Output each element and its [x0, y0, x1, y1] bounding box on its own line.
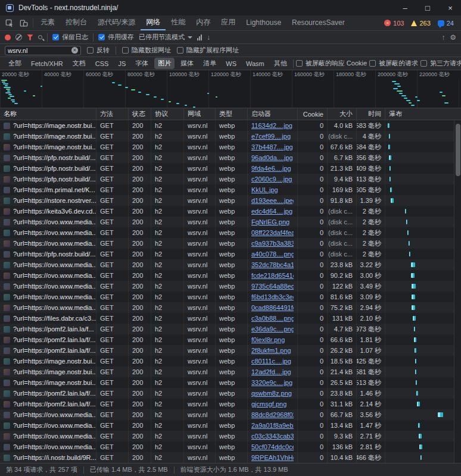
column-header[interactable]: 状态 [129, 108, 151, 120]
initiator-link[interactable]: edc4d64....jpg [251, 208, 292, 215]
type-filter-chip[interactable]: Fetch/XHR [27, 59, 67, 68]
request-row[interactable]: ?url=https://ovo.wxw.media...GET200h2wsr… [0, 217, 454, 227]
request-row[interactable]: ?url=https://image.nostr.bui...GET200h2w… [0, 120, 454, 131]
request-row[interactable]: ?url=https://m.primal.net/K...GET200h2ws… [0, 184, 454, 195]
request-row[interactable]: ?url=https://image.nostr.bui...GET200h2w… [0, 367, 454, 377]
filter-option-checkbox[interactable]: 被屏蔽的响应 Cookie [296, 59, 367, 68]
type-filter-chip[interactable]: WS [222, 59, 240, 68]
inspect-element-icon[interactable] [2, 15, 17, 30]
devtools-tab[interactable]: ResourcesSaver [286, 15, 350, 30]
request-name-cell[interactable]: ?url=https://ovo.wxw.media... [0, 302, 96, 313]
throttling-select[interactable]: 已停用节流模式 [139, 33, 192, 42]
disable-cache-checkbox[interactable]: 停用缓存 [98, 33, 134, 42]
request-name-cell[interactable]: ?url=https://i.nostr.build/9R... [0, 452, 96, 463]
request-name-cell[interactable]: ?url=https://ovo.wxw.media... [0, 227, 96, 238]
request-row[interactable]: ?url=https://ovo.wxw.media...GET200h2wsr… [0, 302, 454, 313]
column-header[interactable]: 瀑布 [385, 108, 454, 120]
preserve-log-checkbox[interactable]: 保留日志 [52, 33, 88, 42]
overview-canvas[interactable] [0, 79, 461, 108]
record-button[interactable] [5, 35, 11, 40]
initiator-link[interactable]: FqNrlEG.png [251, 218, 289, 226]
request-row[interactable]: ?url=https://pomf2.lain.la/f...GET200h2w… [0, 324, 454, 334]
request-name-cell[interactable]: ?url=https://ovo.wxw.media... [0, 217, 96, 227]
request-row[interactable]: ?url=https://ovo.wxw.media...GET200h2wsr… [0, 420, 454, 431]
column-header[interactable]: 类型 [216, 108, 248, 120]
request-row[interactable]: ?url=https://i.nostr.build/9R...GET200h2… [0, 452, 454, 463]
export-har-icon[interactable]: ↑ [441, 34, 445, 41]
warning-count-badge[interactable]: 263 [411, 20, 430, 27]
request-row[interactable]: ?url=https://image.nostr.bui...GET200h2w… [0, 142, 454, 152]
request-name-cell[interactable]: ?url=https://ovo.wxw.media... [0, 259, 96, 270]
request-name-cell[interactable]: ?url=https://m.primal.net/K... [0, 184, 96, 195]
request-row[interactable]: ?url=https://keita3v6.dev.cd...GET200h2w… [0, 206, 454, 217]
type-filter-chip[interactable]: 文档 [69, 58, 89, 69]
request-row[interactable]: ?url=https://ovo.wxw.media...GET200h2wsr… [0, 409, 454, 420]
initiator-link[interactable]: 37b4487....jpg [251, 143, 293, 151]
initiator-link[interactable]: qswbm8z.png [251, 390, 292, 397]
request-name-cell[interactable]: ?url=https://keita3v6.dev.cd... [0, 206, 96, 217]
network-conditions-icon[interactable] [197, 35, 202, 40]
minimize-button[interactable]: – [400, 4, 410, 12]
hide-extension-urls-checkbox[interactable]: 隐藏扩展程序网址 [177, 46, 239, 55]
error-count-badge[interactable]: ×103 [384, 20, 404, 27]
request-name-cell[interactable]: ?url=https://image.nostr.bui... [0, 120, 96, 131]
request-row[interactable]: ?url=https://ovo.wxw.media...GET200h2wsr… [0, 292, 454, 302]
invert-checkbox[interactable]: 反转 [87, 46, 110, 55]
initiator-link[interactable]: f0iexl8r.png [251, 336, 285, 343]
column-header[interactable]: 启动器 [248, 108, 298, 120]
request-row[interactable]: ?url=https://ovo.wxw.media...GET200h2wsr… [0, 259, 454, 270]
request-name-cell[interactable]: ?url=https://ovo.wxw.media... [0, 238, 96, 249]
initiator-link[interactable]: c80111c....jpg [251, 358, 291, 365]
request-row[interactable]: ?url=https://nstore.nostrver...GET200h2w… [0, 195, 454, 206]
request-name-cell[interactable]: ?url=https://image.nostr.bui... [0, 131, 96, 142]
request-name-cell[interactable]: ?url=https://pfp.nostr.build/... [0, 249, 96, 259]
devtools-tab[interactable]: 应用 [216, 15, 241, 30]
initiator-link[interactable]: 9fda4e6....jpg [251, 165, 291, 172]
devtools-tab[interactable]: 性能 [166, 15, 191, 30]
vertical-scrollbar[interactable] [454, 120, 461, 463]
request-name-cell[interactable]: ?url=https://pfp.nostr.build/... [0, 152, 96, 163]
import-har-icon[interactable]: ↓ [207, 34, 210, 41]
devtools-tab[interactable]: 源代码/来源 [92, 15, 141, 30]
devtools-tab[interactable]: 内存 [191, 15, 216, 30]
request-name-cell[interactable]: ?url=https://ovo.wxw.media... [0, 292, 96, 302]
request-row[interactable]: ?url=https://image.nostr.bui...GET200h2w… [0, 377, 454, 388]
devtools-tab[interactable]: 网络 [141, 15, 166, 30]
column-header[interactable]: 名称 [0, 108, 96, 120]
column-header[interactable]: 大小 [328, 108, 357, 120]
request-name-cell[interactable]: ?url=https://image.nostr.bui... [0, 377, 96, 388]
request-name-cell[interactable]: ?url=https://ovo.wxw.media... [0, 441, 96, 452]
request-row[interactable]: ?url=https://ovo.wxw.media...GET200h2wsr… [0, 431, 454, 441]
request-row[interactable]: ?url=https://ovo.wxw.media...GET200h2wsr… [0, 281, 454, 292]
devtools-tab[interactable]: 控制台 [60, 15, 92, 30]
request-name-cell[interactable]: ?url=https://image.nostr.bui... [0, 142, 96, 152]
column-header[interactable]: 网域 [184, 108, 216, 120]
request-row[interactable]: ?url=https://ovo.wxw.media...GET200h2wsr… [0, 227, 454, 238]
column-header[interactable]: 时间 [357, 108, 385, 120]
request-row[interactable]: ?url=https://ovo.wxw.media...GET200h2wsr… [0, 238, 454, 249]
type-filter-chip[interactable]: 其他 [270, 58, 291, 69]
filter-option-checkbox[interactable]: 第三方请求 [420, 59, 461, 68]
request-name-cell[interactable]: ?url=https://pomf2.lain.la/f/... [0, 388, 96, 399]
request-name-cell[interactable]: ?url=https://ovo.wxw.media... [0, 420, 96, 431]
device-toolbar-icon[interactable] [17, 15, 31, 30]
request-name-cell[interactable]: ?url=https://ovo.wxw.media... [0, 281, 96, 292]
request-name-cell[interactable]: ?url=https://ovo.wxw.media... [0, 409, 96, 420]
request-name-cell[interactable]: ?url=https://files.dabr.ca/c3... [0, 313, 96, 324]
initiator-link[interactable]: a40c078....png [251, 250, 294, 258]
settings-gear-icon[interactable]: ⚙ [450, 34, 456, 41]
type-filter-chip[interactable]: Wasm [242, 59, 268, 68]
request-row[interactable]: ?url=https://pomf2.lain.la/f/...GET200h2… [0, 399, 454, 409]
scrollbar-thumb[interactable] [456, 124, 460, 176]
maximize-button[interactable]: □ [423, 4, 432, 12]
initiator-link[interactable]: c3a0b88....png [251, 315, 294, 322]
request-row[interactable]: ?url=https://pomf2.lain.la/f/...GET200h2… [0, 388, 454, 399]
devtools-tab[interactable]: Lighthouse [241, 15, 286, 30]
type-filter-chip[interactable]: 清单 [200, 58, 220, 69]
request-row[interactable]: ?url=https://ovo.wxw.media...GET200h2wsr… [0, 441, 454, 452]
initiator-link[interactable]: 2f8ukfm1.png [251, 347, 291, 354]
clear-requests-icon[interactable] [15, 34, 22, 40]
column-header[interactable]: 方法 [96, 108, 129, 120]
request-row[interactable]: ?url=https://pomf2.lain.la/f/...GET200h2… [0, 334, 454, 345]
request-name-cell[interactable]: ?url=https://ovo.wxw.media... [0, 431, 96, 441]
